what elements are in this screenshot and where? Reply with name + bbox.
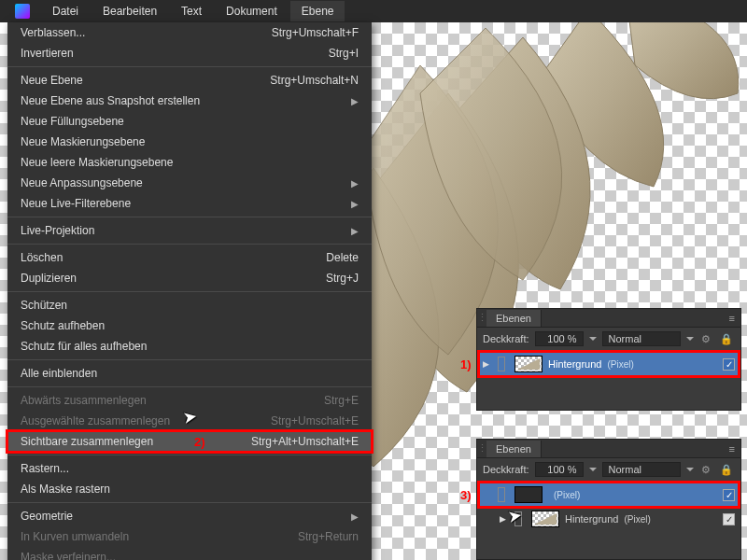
menu-ebene[interactable]: Ebene <box>290 1 345 21</box>
gear-icon[interactable]: ⚙ <box>699 333 712 345</box>
layer-thumbnail[interactable] <box>514 356 543 372</box>
layer-name: Hintergrund <box>565 513 618 525</box>
layer-type: (Pixel) <box>607 359 633 370</box>
menu-item-label: Ausgewählte zusammenlegen <box>21 414 170 427</box>
app-icon[interactable] <box>15 4 30 19</box>
ebene-dropdown: Verblassen...Strg+Umschalt+FInvertierenS… <box>7 22 372 560</box>
menu-item-label: In Kurven umwandeln <box>21 530 129 543</box>
menu-item-label: Geometrie <box>21 510 73 523</box>
menu-item[interactable]: Neue Anpassungsebene▶ <box>7 173 372 193</box>
menu-item[interactable]: Verblassen...Strg+Umschalt+F <box>7 22 372 43</box>
menu-item: Maske verfeinern... <box>7 547 372 560</box>
menu-item[interactable]: Rastern... <box>7 458 372 479</box>
menu-shortcut: Strg+Umschalt+F <box>272 26 359 39</box>
menu-shortcut: Strg+J <box>326 272 359 285</box>
menu-dokument[interactable]: Dokument <box>215 1 289 21</box>
menu-item: Abwärts zusammenlegenStrg+E <box>7 390 372 411</box>
menu-item[interactable]: Neue EbeneStrg+Umschalt+N <box>7 70 372 91</box>
layers-tab[interactable]: Ebenen <box>486 310 542 327</box>
menu-item-label: Invertieren <box>21 47 74 60</box>
disclose-icon[interactable]: ▶ <box>500 514 509 524</box>
menu-item-label: Neue Ebene aus Snapshot erstellen <box>21 94 200 107</box>
menu-item[interactable]: Schutz für alles aufheben <box>7 336 372 357</box>
menu-item[interactable]: Neue leere Maskierungsebene <box>7 152 372 173</box>
submenu-arrow-icon: ▶ <box>351 178 359 189</box>
menu-shortcut: Strg+Umschalt+E <box>271 414 359 427</box>
opacity-dropdown-icon[interactable] <box>589 337 597 341</box>
menu-item[interactable]: Neue Live-Filterebene▶ <box>7 193 372 214</box>
menu-shortcut: Strg+Alt+Umschalt+E <box>251 435 359 448</box>
disclose-icon[interactable]: ▶ <box>483 359 492 369</box>
opacity-label: Deckkraft: <box>483 464 529 475</box>
layer-type: (Pixel) <box>624 514 650 525</box>
brush-icon <box>498 487 505 502</box>
menu-item[interactable]: Sichtbare zusammenlegen2)Strg+Alt+Umscha… <box>7 431 372 452</box>
menu-item-label: Neue leere Maskierungsebene <box>21 156 173 169</box>
layers-tab[interactable]: Ebenen <box>486 441 542 457</box>
submenu-arrow-icon: ▶ <box>351 511 359 522</box>
menu-item-label: Schützen <box>21 299 67 312</box>
blend-dropdown-icon[interactable] <box>686 337 694 341</box>
menu-item-label: Schutz für alles aufheben <box>21 340 147 353</box>
visibility-checkbox[interactable]: ✓ <box>723 513 735 525</box>
layer-thumbnail[interactable] <box>531 511 559 527</box>
panel-menu-icon[interactable]: ≡ <box>724 313 740 324</box>
lock-icon[interactable]: 🔒 <box>718 464 735 476</box>
menu-item[interactable]: Schutz aufheben <box>7 315 372 336</box>
submenu-arrow-icon: ▶ <box>351 96 359 106</box>
menu-item[interactable]: Neue Füllungsebene <box>7 111 372 132</box>
opacity-label: Deckkraft: <box>483 333 529 344</box>
menu-item-label: Neue Maskierungsebene <box>21 135 145 148</box>
brush-icon <box>514 511 522 526</box>
menu-item-label: Löschen <box>21 251 63 264</box>
menu-item-label: Neue Live-Filterebene <box>21 197 131 210</box>
lock-icon[interactable]: 🔒 <box>718 333 735 345</box>
layer-thumbnail[interactable] <box>514 486 543 503</box>
visibility-checkbox[interactable]: ✓ <box>723 358 735 371</box>
panel-menu-icon[interactable]: ≡ <box>724 443 740 455</box>
menu-item[interactable]: Schützen <box>7 295 372 315</box>
menu-bearbeiten[interactable]: Bearbeiten <box>92 1 168 21</box>
opacity-value[interactable]: 100 % <box>535 462 584 477</box>
annotation-1: 1) <box>460 357 472 371</box>
menu-item-label: Als Maske rastern <box>21 483 110 496</box>
menu-item-label: Sichtbare zusammenlegen <box>21 435 153 448</box>
menu-item[interactable]: DuplizierenStrg+J <box>7 268 372 288</box>
layers-panel-1: ⋮⋮ Ebenen ≡ Deckkraft: 100 % Normal ⚙ 🔒 … <box>476 308 741 411</box>
opacity-dropdown-icon[interactable] <box>589 468 597 471</box>
blend-dropdown-icon[interactable] <box>686 468 694 471</box>
menu-item[interactable]: Live-Projektion▶ <box>7 220 372 241</box>
panel-grip-icon[interactable]: ⋮⋮ <box>477 312 486 324</box>
menu-shortcut: Strg+I <box>329 47 359 60</box>
gear-icon[interactable]: ⚙ <box>699 464 712 476</box>
menu-item-label: Schutz aufheben <box>21 319 105 332</box>
menu-item-label: Abwärts zusammenlegen <box>21 394 147 407</box>
blend-mode-select[interactable]: Normal <box>602 331 681 346</box>
menu-item-label: Live-Projektion <box>21 224 94 237</box>
menu-item[interactable]: Als Maske rastern <box>7 479 372 499</box>
menu-item[interactable]: LöschenDelete <box>7 247 372 268</box>
visibility-checkbox[interactable]: ✓ <box>723 489 735 501</box>
panel-grip-icon[interactable]: ⋮⋮ <box>477 442 486 455</box>
menu-shortcut: Strg+E <box>324 394 359 407</box>
layer-row[interactable]: ▶Hintergrund (Pixel)✓ <box>479 507 739 531</box>
menu-shortcut: Delete <box>326 251 359 264</box>
menu-item[interactable]: InvertierenStrg+I <box>7 43 372 63</box>
annotation-3: 3) <box>460 488 472 502</box>
menu-item-label: Rastern... <box>21 462 69 475</box>
menu-item[interactable]: Neue Maskierungsebene <box>7 132 372 152</box>
layer-row[interactable]: ▶Hintergrund (Pixel)✓ <box>479 352 739 376</box>
menu-text[interactable]: Text <box>170 1 213 21</box>
menu-item[interactable]: Alle einblenden <box>7 363 372 384</box>
menu-item-label: Duplizieren <box>21 272 77 285</box>
menu-datei[interactable]: Datei <box>41 1 90 21</box>
menu-item[interactable]: Geometrie▶ <box>7 506 372 526</box>
layer-row[interactable]: (Pixel)✓ <box>479 483 739 507</box>
menu-shortcut: Strg+Return <box>298 530 359 543</box>
blend-mode-select[interactable]: Normal <box>602 462 681 477</box>
menu-item[interactable]: Neue Ebene aus Snapshot erstellen▶ <box>7 91 372 111</box>
opacity-value[interactable]: 100 % <box>535 331 584 346</box>
menu-item-label: Neue Anpassungsebene <box>21 176 143 189</box>
menu-item-label: Verblassen... <box>21 26 85 39</box>
annotation-2: 2) <box>194 435 205 449</box>
